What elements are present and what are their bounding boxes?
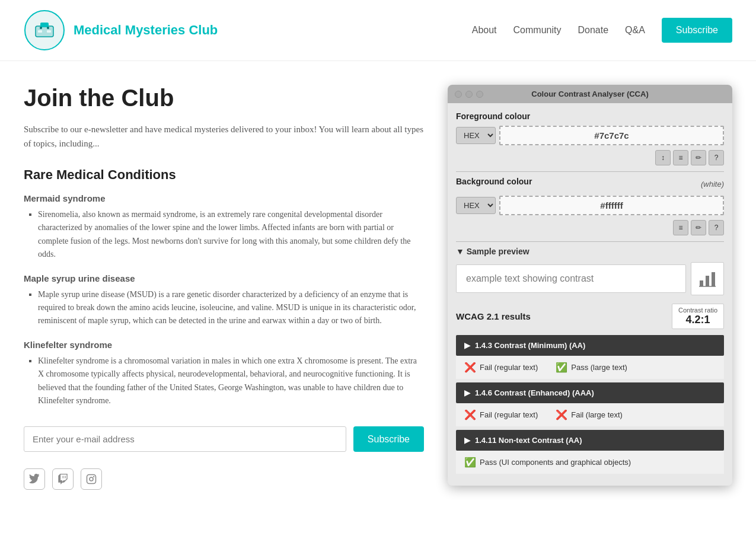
twitter-icon[interactable]	[24, 468, 45, 490]
svg-point-4	[47, 27, 49, 29]
nav-about[interactable]: About	[472, 25, 497, 36]
nav-community[interactable]: Community	[513, 25, 562, 36]
foreground-format-select[interactable]: HEX RGB HSL	[456, 127, 496, 144]
svg-rect-2	[40, 23, 49, 27]
result-143-regular: ❌ Fail (regular text)	[464, 362, 538, 373]
condition-list-2: Klinefelter syndrome is a chromosomal va…	[24, 355, 424, 408]
bg-input-row: HEX RGB HSL	[456, 196, 724, 215]
header-left: Medical Mysteries Club	[24, 9, 218, 51]
fail-icon: ❌	[464, 362, 476, 373]
contrast-ratio-box: Contrast ratio 4.2:1	[672, 304, 724, 329]
traffic-lights	[455, 91, 483, 98]
svg-point-3	[40, 27, 42, 29]
foreground-tool-help[interactable]: ?	[709, 150, 724, 165]
fail-icon: ❌	[464, 409, 476, 420]
nav-qa[interactable]: Q&A	[625, 25, 645, 36]
list-item: Maple syrup urine disease (MSUD) is a ra…	[38, 288, 424, 328]
bg-format-select[interactable]: HEX RGB HSL	[456, 197, 496, 214]
foreground-tool-swap[interactable]: ↕	[655, 150, 671, 165]
result-146-large-label: Fail (large text)	[571, 410, 623, 419]
condition-title-0: Mermaid syndrome	[24, 193, 424, 203]
bg-label: Background colour	[456, 177, 532, 186]
condition-title-1: Maple syrup urine disease	[24, 273, 424, 283]
wcag-rule-146-body: ❌ Fail (regular text) ❌ Fail (large text…	[456, 403, 724, 426]
site-title: Medical Mysteries Club	[74, 23, 218, 38]
wcag-rule-146-header[interactable]: ▶ 1.4.6 Contrast (Enhanced) (AAA)	[456, 382, 724, 403]
arrow-icon: ▶	[464, 388, 470, 397]
condition-klinefelter: Klinefelter syndrome Klinefelter syndrom…	[24, 340, 424, 408]
foreground-label: Foreground colour	[456, 111, 724, 121]
section-heading: Rare Medical Conditions	[24, 167, 424, 183]
sample-preview-heading: ▼ Sample preview	[456, 247, 724, 256]
list-item: Sirenomelia, also known as mermaid syndr…	[38, 208, 424, 261]
wcag-rule-143-body: ❌ Fail (regular text) ✅ Pass (large text…	[456, 356, 724, 379]
twitch-icon[interactable]	[52, 468, 74, 490]
condition-maple: Maple syrup urine disease Maple syrup ur…	[24, 273, 424, 328]
divider-2	[456, 241, 724, 242]
bg-tool-eyedropper[interactable]: ✏	[691, 220, 706, 235]
svg-point-9	[93, 476, 94, 477]
arrow-icon: ▶	[464, 436, 470, 445]
result-146-regular-label: Fail (regular text)	[480, 410, 538, 419]
sample-preview-text: example text showing contrast	[456, 264, 686, 293]
bg-tool-help[interactable]: ?	[709, 220, 724, 235]
email-field[interactable]	[24, 426, 346, 452]
svg-rect-6	[47, 30, 51, 33]
logo	[24, 9, 65, 51]
contrast-ratio-value: 4.2:1	[678, 314, 717, 326]
condition-mermaid: Mermaid syndrome Sirenomelia, also known…	[24, 193, 424, 261]
bg-tool-sliders[interactable]: ≡	[673, 220, 688, 235]
traffic-light-maximize[interactable]	[476, 91, 483, 98]
subscribe-button[interactable]: Subscribe	[353, 426, 424, 452]
wcag-title: WCAG 2.1 results	[456, 311, 531, 321]
result-143-large: ✅ Pass (large text)	[556, 362, 627, 373]
header-subscribe-button[interactable]: Subscribe	[662, 18, 732, 43]
nav-donate[interactable]: Donate	[578, 25, 608, 36]
foreground-tool-eyedropper[interactable]: ✏	[691, 150, 706, 165]
contrast-ratio-label: Contrast ratio	[678, 307, 717, 314]
result-146-large: ❌ Fail (large text)	[556, 409, 623, 420]
traffic-light-minimize[interactable]	[465, 91, 473, 98]
bg-label-row: Background colour (white)	[456, 177, 724, 191]
svg-rect-10	[700, 280, 703, 286]
wcag-rule-146: ▶ 1.4.6 Contrast (Enhanced) (AAA) ❌ Fail…	[456, 382, 724, 426]
wcag-rule-143-header[interactable]: ▶ 1.4.3 Contrast (Minimum) (AA)	[456, 335, 724, 356]
foreground-tool-sliders[interactable]: ≡	[673, 150, 688, 165]
bg-tools-row: ≡ ✏ ?	[456, 220, 724, 235]
arrow-icon: ▶	[464, 341, 470, 350]
sample-preview-area: example text showing contrast	[456, 262, 724, 295]
result-146-regular: ❌ Fail (regular text)	[464, 409, 538, 420]
bg-hex-input[interactable]	[499, 196, 724, 215]
svg-rect-12	[712, 272, 715, 286]
wcag-rule-146-label: 1.4.6 Contrast (Enhanced) (AAA)	[475, 388, 594, 397]
right-column: Colour Contrast Analyser (CCA) Foregroun…	[448, 85, 732, 490]
foreground-tools-row: ↕ ≡ ✏ ?	[456, 150, 724, 165]
wcag-rule-1411-label: 1.4.11 Non-text Contrast (AA)	[475, 436, 582, 445]
svg-rect-5	[38, 30, 42, 33]
cca-body: Foreground colour HEX RGB HSL ↕ ≡ ✏ ?	[448, 103, 732, 486]
list-item: Klinefelter syndrome is a chromosomal va…	[38, 355, 424, 408]
svg-rect-7	[87, 475, 96, 484]
wcag-header-row: WCAG 2.1 results Contrast ratio 4.2:1	[456, 304, 724, 329]
condition-list-0: Sirenomelia, also known as mermaid syndr…	[24, 208, 424, 261]
wcag-rule-143: ▶ 1.4.3 Contrast (Minimum) (AA) ❌ Fail (…	[456, 335, 724, 379]
wcag-rule-1411-header[interactable]: ▶ 1.4.11 Non-text Contrast (AA)	[456, 430, 724, 451]
instagram-icon[interactable]	[81, 468, 102, 490]
subscribe-row: Subscribe	[24, 426, 424, 452]
svg-rect-11	[706, 276, 709, 286]
foreground-hex-input[interactable]	[499, 126, 724, 145]
header: Medical Mysteries Club About Community D…	[0, 0, 756, 61]
result-1411-ui-label: Pass (UI components and graphical object…	[480, 458, 631, 467]
page-title: Join the Club	[24, 85, 424, 111]
wcag-rule-1411: ▶ 1.4.11 Non-text Contrast (AA) ✅ Pass (…	[456, 430, 724, 474]
intro-text: Subscribe to our e-newsletter and have m…	[24, 122, 424, 151]
result-143-regular-label: Fail (regular text)	[480, 363, 538, 372]
traffic-light-close[interactable]	[455, 91, 462, 98]
pass-icon: ✅	[464, 457, 476, 468]
cca-titlebar: Colour Contrast Analyser (CCA)	[448, 85, 732, 103]
main-content: Join the Club Subscribe to our e-newslet…	[0, 61, 756, 514]
cca-title: Colour Contrast Analyser (CCA)	[531, 90, 648, 98]
result-1411-ui: ✅ Pass (UI components and graphical obje…	[464, 457, 631, 468]
cca-window: Colour Contrast Analyser (CCA) Foregroun…	[448, 85, 732, 486]
pass-icon: ✅	[556, 362, 567, 373]
